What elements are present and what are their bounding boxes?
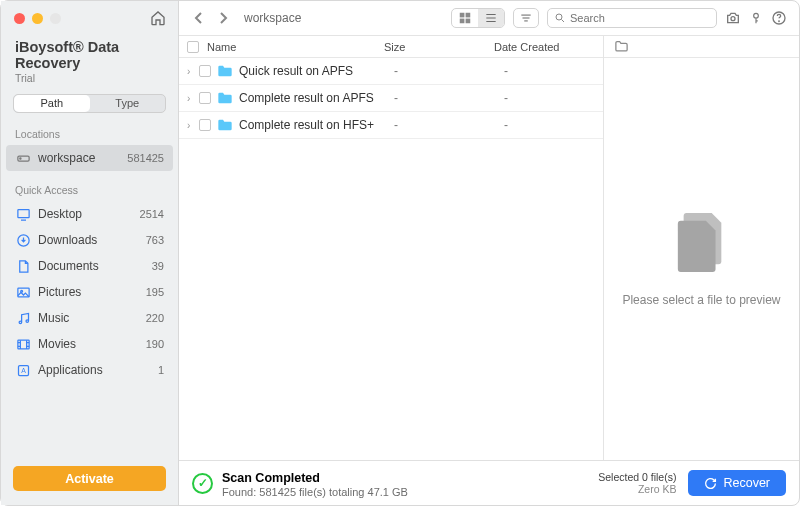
breadcrumb: workspace [244,11,301,25]
file-size: - [394,64,504,78]
main-panel: workspace Name Size Date Created [179,1,799,505]
selected-count: Selected 0 file(s) [598,471,676,483]
sidebar-item-movies[interactable]: Movies 190 [1,331,178,357]
sidebar-item-count: 39 [152,260,164,272]
file-list: Name Size Date Created › Quick result on… [179,36,604,460]
sidebar-item-count: 763 [146,234,164,246]
music-icon [15,310,31,326]
svg-rect-12 [460,13,465,18]
row-checkbox[interactable] [199,119,211,131]
activate-button[interactable]: Activate [13,466,166,491]
sidebar-item-applications[interactable]: A Applications 1 [1,357,178,383]
row-checkbox[interactable] [199,65,211,77]
grid-view-icon[interactable] [452,9,478,27]
folder-icon [217,64,233,78]
search-field[interactable] [547,8,717,28]
sidebar-item-label: Documents [38,259,99,273]
applications-icon: A [15,362,31,378]
table-row[interactable]: › Quick result on APFS - - [179,58,603,85]
sidebar-item-documents[interactable]: Documents 39 [1,253,178,279]
sidebar-item-downloads[interactable]: Downloads 763 [1,227,178,253]
sidebar-item-workspace[interactable]: workspace 581425 [6,145,173,171]
window-controls [1,1,178,26]
status-detail: Found: 581425 file(s) totaling 47.1 GB [222,486,408,498]
sidebar-item-music[interactable]: Music 220 [1,305,178,331]
col-date[interactable]: Date Created [494,41,603,53]
downloads-icon [15,232,31,248]
minimize-icon[interactable] [32,13,43,24]
file-date: - [504,91,603,105]
sidebar-item-count: 581425 [127,152,164,164]
sidebar-item-label: Applications [38,363,103,377]
row-checkbox[interactable] [199,92,211,104]
forward-button[interactable] [215,12,231,24]
quick-access-label: Quick Access [1,181,178,201]
back-button[interactable] [191,12,207,24]
documents-placeholder-icon [673,211,731,275]
recover-button[interactable]: Recover [688,470,786,496]
folder-icon [217,118,233,132]
chevron-right-icon[interactable]: › [187,66,199,77]
desktop-icon [15,206,31,222]
segmented-path[interactable]: Path [14,95,90,112]
filter-button[interactable] [513,8,539,28]
path-type-segmented[interactable]: Path Type [13,94,166,113]
chevron-right-icon[interactable]: › [187,93,199,104]
selected-size: Zero KB [598,483,676,495]
sidebar-item-label: Desktop [38,207,82,221]
view-mode-switch[interactable] [451,8,505,28]
table-row[interactable]: › Complete result on HFS+ - - [179,112,603,139]
key-icon[interactable] [749,10,763,26]
svg-point-25 [754,13,759,18]
home-icon[interactable] [150,10,166,26]
column-headers: Name Size Date Created [179,36,603,58]
file-name: Quick result on APFS [239,64,394,78]
disk-icon [15,150,31,166]
file-date: - [504,64,603,78]
svg-point-22 [556,14,562,20]
sidebar-item-label: workspace [38,151,95,165]
segmented-type[interactable]: Type [90,95,166,112]
sidebar-item-label: Movies [38,337,76,351]
svg-rect-15 [466,19,471,24]
sidebar-item-desktop[interactable]: Desktop 2514 [1,201,178,227]
maximize-icon[interactable] [50,13,61,24]
help-icon[interactable] [771,10,787,26]
file-size: - [394,118,504,132]
sidebar-item-label: Music [38,311,69,325]
documents-icon [15,258,31,274]
camera-icon[interactable] [725,10,741,26]
app-title: iBoysoft® Data Recovery [1,26,178,71]
select-all-checkbox[interactable] [187,41,199,53]
file-date: - [504,118,603,132]
pictures-icon [15,284,31,300]
refresh-icon [704,477,717,490]
preview-panel: Please select a file to preview [604,36,799,460]
search-input[interactable] [570,12,710,24]
preview-folder-icon[interactable] [614,39,629,54]
sidebar: iBoysoft® Data Recovery Trial Path Type … [1,1,179,505]
svg-rect-13 [466,13,471,18]
recover-label: Recover [723,476,770,490]
status-title: Scan Completed [222,471,320,485]
svg-rect-9 [17,340,28,349]
close-icon[interactable] [14,13,25,24]
movies-icon [15,336,31,352]
chevron-right-icon[interactable]: › [187,120,199,131]
table-row[interactable]: › Complete result on APFS - - [179,85,603,112]
col-name[interactable]: Name [199,41,384,53]
search-icon [554,12,566,24]
sidebar-item-label: Pictures [38,285,81,299]
svg-point-8 [26,319,29,322]
file-name: Complete result on HFS+ [239,118,394,132]
svg-rect-2 [17,209,28,217]
sidebar-item-label: Downloads [38,233,97,247]
list-view-icon[interactable] [478,9,504,27]
file-name: Complete result on APFS [239,91,394,105]
sidebar-item-count: 2514 [140,208,164,220]
sidebar-item-pictures[interactable]: Pictures 195 [1,279,178,305]
col-size[interactable]: Size [384,41,494,53]
locations-label: Locations [1,125,178,145]
sidebar-item-count: 1 [158,364,164,376]
svg-line-23 [562,20,565,23]
